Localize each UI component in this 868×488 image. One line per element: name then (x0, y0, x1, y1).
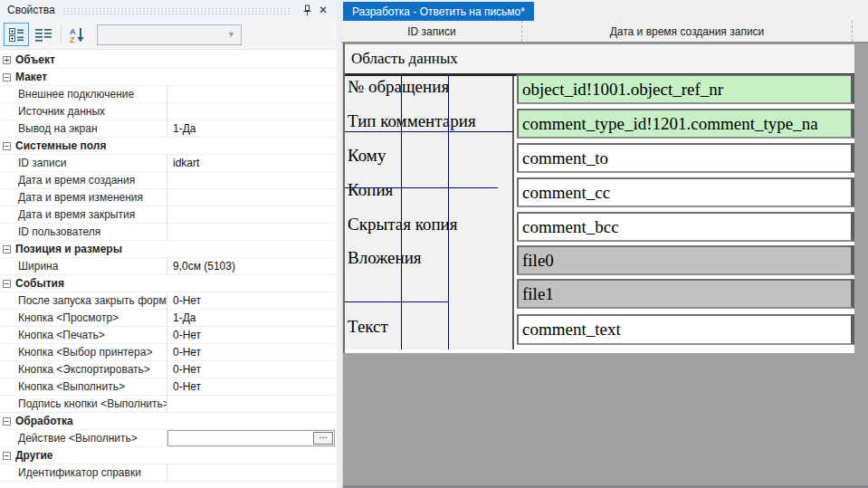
property-row[interactable]: ID пользователя (0, 224, 337, 241)
ellipsis-button[interactable]: ... (313, 432, 333, 445)
property-row[interactable]: Ширина9,0см (5103) (0, 258, 337, 275)
form-field[interactable]: comment_text (517, 314, 854, 345)
grid-guide-horizontal (345, 131, 513, 132)
collapse-icon[interactable]: − (3, 142, 11, 150)
property-row[interactable]: Дата и время закрытия (0, 206, 337, 224)
property-value[interactable] (167, 396, 337, 412)
form-field[interactable]: comment_bcc (517, 212, 854, 242)
property-name: ID записи (0, 155, 167, 171)
form-field-label: Кому (348, 146, 386, 166)
property-value[interactable]: ... (167, 430, 335, 446)
property-name: Кнопка <Выбор принтера> (0, 344, 167, 360)
collapse-icon[interactable]: − (3, 417, 11, 426)
property-row[interactable]: Источник данных (0, 103, 337, 120)
category-label: События (15, 277, 64, 290)
pin-icon[interactable] (299, 2, 315, 18)
property-value[interactable] (167, 189, 337, 206)
property-value[interactable]: 0-Нет (167, 361, 337, 378)
form-field-label: Вложения (348, 248, 422, 268)
column-created-datetime[interactable]: Дата и время создания записи (522, 21, 853, 42)
expand-icon[interactable]: + (3, 56, 11, 64)
property-row[interactable]: Дата и время изменения (0, 189, 337, 206)
form-canvas[interactable]: Область данных № обращенияobject_id!1001… (343, 43, 854, 353)
property-value[interactable]: 0-Нет (167, 378, 337, 395)
property-row[interactable]: Кнопка <Просмотр>1-Да (0, 310, 337, 327)
property-name: Кнопка <Выполнить> (0, 378, 167, 395)
property-row[interactable]: Идентификатор справки (0, 464, 337, 482)
property-row[interactable]: Кнопка <Печать>0-Нет (0, 327, 337, 344)
property-row[interactable]: ID записиidkart (0, 155, 337, 172)
properties-toolbar: A Z ▼ (0, 20, 337, 50)
property-value[interactable] (167, 103, 337, 120)
form-field[interactable]: file0 (517, 245, 854, 275)
property-value[interactable] (167, 224, 337, 240)
category-label: Другие (15, 449, 52, 462)
property-row[interactable]: Вывод на экран1-Да (0, 120, 337, 138)
property-value[interactable]: idkart (167, 155, 337, 171)
tab-develop-reply-letter[interactable]: Разработка - Ответить на письмо* (343, 2, 534, 21)
collapse-icon[interactable]: − (3, 280, 11, 288)
category-row[interactable]: −Макет (0, 69, 337, 86)
property-value[interactable]: 1-Да (167, 310, 337, 326)
property-row[interactable]: Подпись кнопки <Выполнить> (0, 396, 337, 413)
property-name: Кнопка <Просмотр> (0, 310, 167, 326)
property-value[interactable] (167, 206, 337, 223)
property-value[interactable]: 9,0см (5103) (167, 258, 337, 274)
grid-guide-horizontal (345, 301, 448, 302)
property-row[interactable]: После запуска закрыть форму0-Нет (0, 292, 337, 310)
category-row[interactable]: −События (0, 275, 337, 292)
property-value[interactable]: 0-Нет (167, 292, 337, 309)
toolbar-separator (61, 25, 62, 43)
form-field-label: Тип комментария (348, 111, 476, 131)
property-row[interactable]: Кнопка <Экспортировать>0-Нет (0, 361, 337, 378)
category-row[interactable]: −Обработка (0, 413, 337, 430)
panel-grip-texture (62, 7, 291, 15)
category-row[interactable]: −Другие (0, 447, 337, 464)
collapse-icon[interactable]: − (3, 245, 11, 254)
sort-az-button[interactable]: A Z (64, 23, 90, 46)
property-value[interactable]: 1-Да (167, 120, 337, 137)
form-field[interactable]: comment_type_id!1201.comment_type_na (517, 109, 854, 139)
property-value[interactable] (167, 464, 337, 481)
property-value[interactable] (167, 172, 337, 188)
property-name: Ширина (0, 258, 167, 274)
grid-guide-vertical (401, 76, 402, 349)
application-window: Свойства ✕ (0, 0, 868, 488)
object-selector-combo[interactable]: ▼ (97, 24, 242, 45)
form-field[interactable]: comment_cc (517, 177, 854, 207)
properties-panel: Свойства ✕ (0, 0, 337, 488)
property-name: Кнопка <Печать> (0, 327, 167, 343)
svg-text:Z: Z (70, 35, 75, 43)
property-name: ID пользователя (0, 224, 167, 240)
category-row[interactable]: −Позиция и размеры (0, 241, 337, 258)
column-id-record[interactable]: ID записи (342, 21, 522, 42)
alphabetical-view-button[interactable] (31, 23, 56, 46)
category-row[interactable]: +Объект (0, 52, 337, 69)
chevron-down-icon: ▼ (227, 30, 235, 39)
category-row[interactable]: −Системные поля (0, 138, 337, 155)
property-row[interactable]: Кнопка <Выполнить>0-Нет (0, 378, 337, 396)
form-field-label: Копия (348, 180, 393, 200)
form-field[interactable]: file1 (517, 279, 854, 309)
property-value[interactable]: 0-Нет (167, 327, 337, 343)
form-field-label: № обращения (348, 77, 449, 97)
collapse-icon[interactable]: − (3, 73, 11, 81)
designer-column-header: ID записи Дата и время создания записи (342, 21, 868, 43)
property-row[interactable]: Внешнее подключение (0, 86, 337, 103)
collapse-icon[interactable]: − (3, 452, 11, 460)
property-row[interactable]: Действие <Выполнить>... (0, 430, 337, 447)
form-designer-panel: Разработка - Ответить на письмо* ID запи… (342, 0, 868, 488)
close-icon[interactable]: ✕ (315, 2, 331, 18)
data-area-section-header[interactable]: Область данных (345, 43, 854, 76)
categorized-view-button[interactable] (4, 23, 29, 46)
form-field[interactable]: comment_to (517, 143, 854, 173)
form-field[interactable]: object_id!1001.object_ref_nr (517, 74, 854, 104)
property-value[interactable] (167, 86, 337, 102)
properties-panel-title: Свойства (7, 4, 55, 16)
property-value[interactable]: 0-Нет (167, 344, 337, 360)
property-row[interactable]: Кнопка <Выбор принтера>0-Нет (0, 344, 337, 361)
form-field-label: Скрытая копия (348, 215, 457, 234)
property-row[interactable]: Дата и время создания (0, 172, 337, 189)
property-name: После запуска закрыть форму (0, 292, 167, 309)
category-label: Обработка (15, 415, 73, 427)
